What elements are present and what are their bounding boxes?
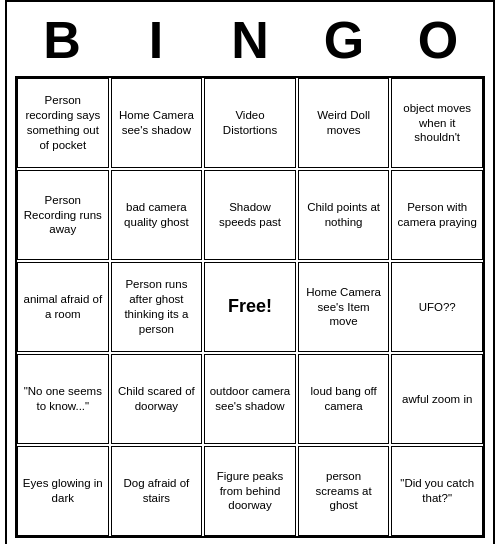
bingo-cell-4: object moves when it shouldn't (391, 78, 483, 168)
bingo-cell-22: Figure peaks from behind doorway (204, 446, 296, 536)
bingo-cell-17: outdoor camera see's shadow (204, 354, 296, 444)
bingo-cell-6: bad camera quality ghost (111, 170, 203, 260)
bingo-grid: Person recording says something out of p… (15, 76, 485, 538)
title-g: G (300, 10, 388, 70)
bingo-cell-1: Home Camera see's shadow (111, 78, 203, 168)
bingo-cell-13: Home Camera see's Item move (298, 262, 390, 352)
bingo-cell-20: Eyes glowing in dark (17, 446, 109, 536)
bingo-cell-0: Person recording says something out of p… (17, 78, 109, 168)
bingo-cell-12: Free! (204, 262, 296, 352)
bingo-cell-9: Person with camera praying (391, 170, 483, 260)
bingo-cell-24: "Did you catch that?" (391, 446, 483, 536)
bingo-cell-3: Weird Doll moves (298, 78, 390, 168)
bingo-title: B I N G O (15, 10, 485, 70)
bingo-cell-7: Shadow speeds past (204, 170, 296, 260)
bingo-cell-18: loud bang off camera (298, 354, 390, 444)
title-o: O (394, 10, 482, 70)
bingo-cell-2: Video Distortions (204, 78, 296, 168)
bingo-cell-16: Child scared of doorway (111, 354, 203, 444)
title-b: B (18, 10, 106, 70)
title-n: N (206, 10, 294, 70)
bingo-cell-8: Child points at nothing (298, 170, 390, 260)
title-i: I (112, 10, 200, 70)
bingo-cell-21: Dog afraid of stairs (111, 446, 203, 536)
bingo-card: B I N G O Person recording says somethin… (5, 0, 495, 544)
bingo-cell-23: person screams at ghost (298, 446, 390, 536)
bingo-cell-5: Person Recording runs away (17, 170, 109, 260)
bingo-cell-14: UFO?? (391, 262, 483, 352)
bingo-cell-15: "No one seems to know..." (17, 354, 109, 444)
bingo-cell-10: animal afraid of a room (17, 262, 109, 352)
bingo-cell-11: Person runs after ghost thinking its a p… (111, 262, 203, 352)
bingo-cell-19: awful zoom in (391, 354, 483, 444)
